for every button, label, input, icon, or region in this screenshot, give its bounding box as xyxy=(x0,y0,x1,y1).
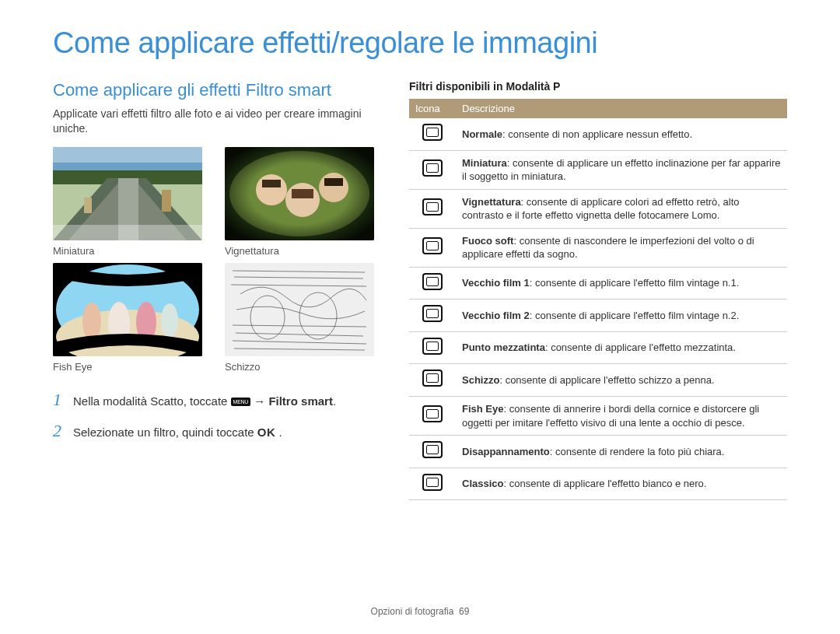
table-row: Vecchio film 2: consente di applicare l'… xyxy=(409,299,787,332)
svg-point-23 xyxy=(161,303,178,338)
steps-list: 1 Nella modalità Scatto, toccate MENU → … xyxy=(53,390,380,441)
svg-rect-4 xyxy=(84,198,92,213)
filtro-smart-label: Filtro smart xyxy=(268,394,333,408)
caption-miniatura: Miniatura xyxy=(53,245,208,257)
filter-desc-cell: Classico: consente di applicare l'effett… xyxy=(456,468,787,500)
filter-icon-cell xyxy=(409,397,456,436)
step-2: 2 Selezionate un filtro, quindi toccate … xyxy=(53,421,380,441)
table-row: Classico: consente di applicare l'effett… xyxy=(409,468,787,500)
filters-heading: Filtri disponibili in Modalità P xyxy=(409,80,787,93)
filter-icon-cell xyxy=(409,364,456,397)
filter-name: Vecchio film 2 xyxy=(462,310,530,321)
table-row: Vignettatura: consente di applicare colo… xyxy=(409,189,787,228)
thumb-miniatura: Miniatura xyxy=(53,147,208,257)
svg-rect-6 xyxy=(53,147,202,163)
filter-icon-cell xyxy=(409,299,456,332)
table-row: Vecchio film 1: consente di applicare l'… xyxy=(409,267,787,299)
caption-schizzo: Schizzo xyxy=(225,361,380,373)
filter-icon-cell xyxy=(409,118,456,150)
filter-desc-cell: Fish Eye: consente di annerire i bordi d… xyxy=(456,397,787,436)
filter-desc-cell: Normale: consente di non applicare nessu… xyxy=(456,118,787,150)
filter-icon-cell xyxy=(409,468,456,500)
table-row: Disappannamento: consente di rendere la … xyxy=(409,436,787,468)
thumbnail-grid: Miniatura xyxy=(53,147,380,373)
step-1-text: Nella modalità Scatto, toccate MENU → Fi… xyxy=(73,394,336,408)
table-row: Fish Eye: consente di annerire i bordi d… xyxy=(409,397,787,436)
svg-point-20 xyxy=(82,303,101,340)
schizzo-image xyxy=(225,263,374,356)
step1-pre: Nella modalità Scatto, toccate xyxy=(73,394,231,408)
filter-desc-cell: Disappannamento: consente di rendere la … xyxy=(456,436,787,468)
filter-name: Classico xyxy=(462,478,503,489)
filter-icon xyxy=(422,405,443,422)
svg-rect-5 xyxy=(162,190,171,212)
footer-section: Opzioni di fotografia xyxy=(371,606,454,617)
ok-icon: OK xyxy=(257,426,276,439)
filter-desc: : consente di annerire i bordi della cor… xyxy=(462,403,759,429)
thumb-schizzo: Schizzo xyxy=(225,263,380,373)
filter-desc-cell: Fuoco soft: consente di nascondere le im… xyxy=(456,228,787,267)
arrow-icon: → xyxy=(254,394,268,408)
filter-icon xyxy=(422,273,443,290)
filter-desc: : consente di applicare l'effetto mezzat… xyxy=(545,342,736,353)
filter-icon xyxy=(422,370,443,387)
footer-page: 69 xyxy=(459,606,469,617)
filter-icon xyxy=(422,441,443,458)
fisheye-image xyxy=(53,263,202,356)
table-row: Normale: consente di non applicare nessu… xyxy=(409,118,787,150)
table-row: Miniatura: consente di applicare un effe… xyxy=(409,150,787,189)
filter-icon-cell xyxy=(409,228,456,267)
page-title: Come applicare effetti/regolare le immag… xyxy=(53,26,787,60)
filter-icon xyxy=(422,159,443,177)
vignettatura-image xyxy=(225,147,374,240)
caption-fisheye: Fish Eye xyxy=(53,361,208,373)
filter-icon xyxy=(422,124,443,141)
right-column: Filtri disponibili in Modalità P Icona D… xyxy=(409,80,787,500)
filter-desc: : consente di applicare l'effetto film v… xyxy=(530,277,740,289)
filter-desc: : consente di applicare un effetto incli… xyxy=(462,157,781,183)
filter-desc-cell: Schizzo: consente di applicare l'effetto… xyxy=(456,364,787,397)
filters-table: Icona Descrizione Normale: consente di n… xyxy=(409,99,787,500)
filter-desc-cell: Punto mezzatinta: consente di applicare … xyxy=(456,331,787,364)
page: Come applicare effetti/regolare le immag… xyxy=(0,0,840,500)
filter-name: Disappannamento xyxy=(462,446,550,457)
filter-name: Schizzo xyxy=(462,374,499,386)
thumb-vignettatura: Vignettatura xyxy=(225,147,380,257)
section-subhead: Come applicare gli effetti Filtro smart xyxy=(53,80,380,100)
filter-icon-cell xyxy=(409,189,456,228)
th-desc: Descrizione xyxy=(456,99,787,118)
filter-desc-cell: Miniatura: consente di applicare un effe… xyxy=(456,150,787,189)
step-number-2: 2 xyxy=(53,421,65,441)
filter-icon-cell xyxy=(409,436,456,468)
page-footer: Opzioni di fotografia 69 xyxy=(0,606,840,617)
svg-rect-16 xyxy=(225,147,374,240)
filter-desc-cell: Vignettatura: consente di applicare colo… xyxy=(456,189,787,228)
filter-desc: : consente di applicare l'effetto bianco… xyxy=(503,478,706,489)
thumb-fisheye: Fish Eye xyxy=(53,263,208,373)
step-2-text: Selezionate un filtro, quindi toccate OK… xyxy=(73,426,282,439)
two-column-layout: Come applicare gli effetti Filtro smart … xyxy=(53,80,787,500)
filter-desc: : consente di applicare l'effetto film v… xyxy=(530,310,740,321)
filter-desc: : consente di applicare l'effetto schizz… xyxy=(499,374,714,386)
filter-name: Vignettatura xyxy=(462,196,521,208)
filter-icon xyxy=(422,305,443,322)
filter-desc-cell: Vecchio film 1: consente di applicare l'… xyxy=(456,267,787,299)
svg-rect-7 xyxy=(53,225,202,240)
filter-name: Miniatura xyxy=(462,157,507,169)
filter-desc-cell: Vecchio film 2: consente di applicare l'… xyxy=(456,299,787,332)
table-row: Fuoco soft: consente di nascondere le im… xyxy=(409,228,787,267)
step-1: 1 Nella modalità Scatto, toccate MENU → … xyxy=(53,390,380,410)
filter-icon xyxy=(422,198,443,215)
filter-name: Fish Eye xyxy=(462,403,503,415)
step2-pre: Selezionate un filtro, quindi toccate xyxy=(73,426,257,439)
filter-name: Fuoco soft xyxy=(462,235,513,247)
filter-icon-cell xyxy=(409,267,456,299)
menu-icon: MENU xyxy=(231,398,250,406)
filter-icon xyxy=(422,237,443,254)
left-column: Come applicare gli effetti Filtro smart … xyxy=(53,80,380,500)
filter-icon-cell xyxy=(409,331,456,364)
table-row: Punto mezzatinta: consente di applicare … xyxy=(409,331,787,364)
th-icon: Icona xyxy=(409,99,456,118)
filter-desc: : consente di rendere la foto più chiara… xyxy=(550,446,725,457)
filter-name: Punto mezzatinta xyxy=(462,342,545,353)
